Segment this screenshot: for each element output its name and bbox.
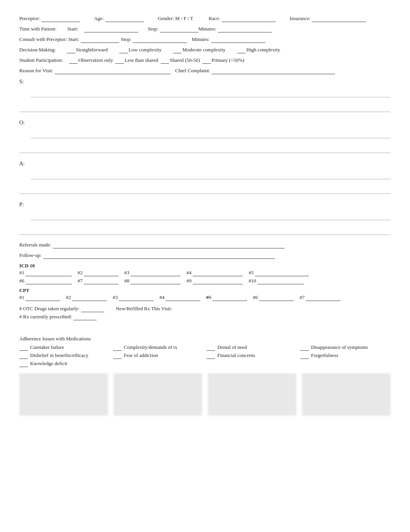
consult-stop-field[interactable] [133,36,187,43]
minutes-label: Minutes: [198,26,216,32]
dm-option-high[interactable]: High complexity [237,47,280,53]
consult-minutes-field[interactable] [211,36,265,43]
p-extra-line [19,223,391,235]
icd-input-7[interactable] [84,278,119,284]
adherence-check-denial[interactable] [207,344,215,351]
preceptor-field[interactable] [41,15,80,22]
sp-option-observation[interactable]: Observation only [69,57,113,64]
icd-field-2: #2 [78,270,120,276]
start-field[interactable] [84,26,138,32]
dm-option-moderate[interactable]: Moderate complexity [173,47,225,53]
chief-complaint-label: Chief Complaint: [175,68,210,74]
icd-input-4[interactable] [193,270,243,276]
icd-label-8: #8 [124,278,129,284]
cpt-input-3[interactable] [119,294,154,301]
adherence-item-complexity[interactable]: Complexity/demands of tx [113,344,204,351]
adherence-check-fear[interactable] [113,352,122,359]
followup-row: Follow-up: [19,252,391,259]
sp-check-less[interactable] [115,57,124,64]
race-field[interactable] [222,15,276,22]
dm-option-straightforward[interactable]: Straightforward [67,47,108,53]
decision-making-row: Decision-Making: Straightforward Low com… [19,47,391,53]
sp-check-shared[interactable] [161,57,169,64]
dm-option-low[interactable]: Low complexity [119,47,162,53]
adherence-item-knowledge[interactable]: Knowledge deficit [19,360,110,367]
cpt-input-2[interactable] [72,294,107,301]
icd-input-10[interactable] [258,278,304,284]
s-line[interactable] [31,78,391,97]
chief-complaint-field[interactable] [212,68,335,74]
icd-input-2[interactable] [84,270,119,276]
otc-label-group: # OTC Drugs taken regularly: # Rx curren… [19,306,104,324]
dm-check-low[interactable] [119,47,128,53]
age-field[interactable] [105,15,144,22]
adherence-check-forgetfulness[interactable] [300,352,309,359]
sp-option-shared[interactable]: Shared (50-50) [161,57,200,64]
icd-input-8[interactable] [130,278,181,284]
o-line[interactable] [31,119,391,138]
rx-field[interactable] [73,314,97,320]
insurance-field[interactable] [312,15,366,22]
adherence-check-caretaker[interactable] [19,344,28,351]
cpt-row-1: #1 #2 #3 #4 #5 #6 #7 [19,294,391,301]
icd-input-3[interactable] [130,270,181,276]
cpt-field-2: #2 [66,294,108,301]
a-section: A: [19,160,391,194]
o-label: O: [19,119,31,126]
cpt-input-7[interactable] [306,294,341,301]
adherence-item-fear[interactable]: Fear of addiction [113,352,204,359]
time-label: Time with Patient: [19,26,56,32]
sp-check-observation[interactable] [69,57,78,64]
o-extra-line [19,141,391,153]
icd-input-5[interactable] [255,270,309,276]
followup-field[interactable] [43,252,275,259]
sp-option-less[interactable]: Less than shared [115,57,158,64]
adherence-item-disappearance[interactable]: Disappearance of symptoms [300,344,391,351]
adherence-item-denial[interactable]: Denial of need [207,344,297,351]
adherence-check-disbelief[interactable] [19,352,28,359]
icd-input-9[interactable] [193,278,243,284]
adherence-check-financial[interactable] [207,352,215,359]
icd-field-3: #3 [124,270,182,276]
sp-option-primary[interactable]: Primary (>50%) [202,57,244,64]
cpt-field-5: #5 [206,294,248,301]
cpt-section: CPT #1 #2 #3 #4 #5 #6 #7 [19,287,391,301]
student-participation-row: Student Participation: Observation only … [19,57,391,64]
otc-field[interactable] [81,306,104,312]
adherence-check-knowledge[interactable] [19,360,28,367]
cpt-label-3: #3 [113,294,118,301]
dm-check-straightforward[interactable] [67,47,75,53]
adherence-item-disbelief[interactable]: Disbelief in benefits/efficacy [19,352,110,359]
preceptor-row: Preceptor: Age: Gender: M / F / T Race: … [19,15,391,22]
sp-label-shared: Shared (50-50) [170,57,200,63]
cpt-input-1[interactable] [25,294,60,301]
dm-check-high[interactable] [237,47,246,53]
adherence-check-disappearance[interactable] [300,344,309,351]
adherence-item-financial[interactable]: Financial concerns [207,352,297,359]
a-line[interactable] [31,160,391,179]
adherence-title: Adherence Issues with Medications [19,336,391,342]
minutes-field[interactable] [218,26,272,32]
icd-input-1[interactable] [25,270,72,276]
dm-check-moderate[interactable] [173,47,181,53]
icd-label-1: #1 [19,270,24,276]
adherence-item-forgetfulness[interactable]: Forgetfulness [300,352,391,359]
o-row: O: [19,119,391,138]
consult-minutes-label: Minutes: [191,36,209,42]
cpt-input-6[interactable] [259,294,294,301]
cpt-input-4[interactable] [166,294,200,301]
cpt-input-5[interactable] [212,294,247,301]
icd-row-1: #1 #2 #3 #4 #5 [19,270,391,276]
consult-start-field[interactable] [81,36,119,43]
insurance-label: Insurance: [290,15,310,22]
adherence-item-caretaker[interactable]: Caretaker failure [19,344,110,351]
referrals-field[interactable] [53,242,285,248]
reason-field[interactable] [55,68,171,74]
icd-input-6[interactable] [25,278,72,284]
icd-label-10: #10 [249,278,256,284]
cpt-label-7: #7 [300,294,305,301]
adherence-check-complexity[interactable] [113,344,122,351]
stop-field[interactable] [160,26,198,32]
p-line[interactable] [31,201,391,220]
sp-check-primary[interactable] [202,57,211,64]
